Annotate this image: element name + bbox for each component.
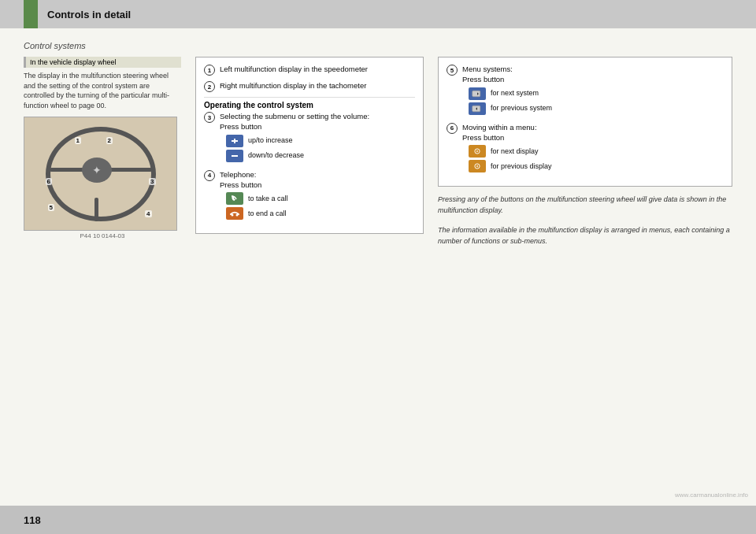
- left-section-label: In the vehicle display wheel: [24, 57, 181, 68]
- btn-label-4: 4: [145, 210, 151, 217]
- press-button-3: Press button: [220, 121, 369, 132]
- left-column: In the vehicle display wheel The display…: [24, 57, 181, 498]
- btn-label-2: 2: [106, 137, 113, 144]
- header-title: Controls in detail: [47, 9, 131, 20]
- prev-disp-icon: [472, 162, 483, 170]
- prev-system-label: for previous system: [491, 103, 552, 113]
- phone-end-icon-box: [226, 207, 243, 220]
- info-text-4: Telephone: Press button to take a call: [220, 169, 288, 223]
- watermark: www.carmanualonline.info: [675, 491, 748, 499]
- info-item-4: 4 Telephone: Press button: [204, 169, 415, 223]
- press-button-6: Press button: [462, 132, 552, 143]
- minus-icon-box: [226, 150, 243, 162]
- press-button-4: Press button: [220, 180, 288, 190]
- page-number: 118: [24, 514, 41, 526]
- btn-label-1: 1: [75, 137, 81, 144]
- svg-rect-5: [472, 91, 480, 97]
- info-text-2: Right multifunction display in the tacho…: [220, 80, 366, 91]
- right-info-box: 5 Menu systems: Press button: [438, 57, 732, 187]
- plus-icon-box: [226, 135, 243, 147]
- circle-1: 1: [204, 65, 215, 76]
- prev-disp-icon-box: [469, 160, 486, 172]
- sw-spoke-right: [105, 168, 152, 172]
- right-note-2: The information available in the multifu…: [438, 225, 732, 247]
- info-text-1: Left multifunction display in the speedo…: [220, 64, 368, 74]
- svg-rect-1: [232, 140, 238, 142]
- divider-1: [204, 97, 415, 98]
- prev-sys-icon: [472, 105, 483, 113]
- header-bar: Controls in detail: [0, 0, 756, 28]
- phone-call-icon-box: [226, 192, 243, 205]
- minus-icon: [229, 152, 240, 160]
- btn-label-5: 5: [48, 204, 54, 211]
- sub-item-increase: up/to increase: [226, 135, 369, 147]
- steering-wheel-image: ✦ 1 2 3 4 5 6: [24, 117, 177, 231]
- sw-spoke-bottom: [94, 198, 98, 221]
- btn-label-3: 3: [149, 178, 155, 185]
- circle-4: 4: [204, 170, 215, 181]
- sub-item-next-disp: for next display: [469, 145, 552, 158]
- info-item-2: 2 Right multifunction display in the tac…: [204, 80, 415, 92]
- content-area: Control systems In the vehicle display w…: [0, 28, 756, 506]
- circle-5: 5: [447, 65, 458, 76]
- info-item-5: 5 Menu systems: Press button: [447, 64, 724, 117]
- sw-center-hub: ✦: [82, 158, 112, 183]
- green-tab: [24, 0, 38, 28]
- info-item-6: 6 Moving within a menu: Press button: [447, 122, 724, 176]
- sub-item-end-call: to end a call: [226, 207, 288, 220]
- right-note-1: Pressing any of the buttons on the multi…: [438, 195, 732, 216]
- info-item-1: 1 Left multifunction display in the spee…: [204, 64, 415, 76]
- next-sys-icon: [472, 90, 483, 98]
- plus-icon: [229, 137, 240, 145]
- press-button-5: Press button: [462, 74, 552, 84]
- svg-point-3: [232, 214, 234, 217]
- phone-call-icon: [229, 195, 240, 202]
- operating-section-title: Operating the control system: [204, 101, 415, 109]
- right-column: 5 Menu systems: Press button: [438, 57, 732, 498]
- sub-item-prev-sys: for previous system: [469, 102, 552, 115]
- info-text-5: Menu systems: Press button for next syst…: [462, 64, 552, 117]
- sub-item-decrease: down/to decrease: [226, 150, 369, 162]
- circle-3: 3: [204, 112, 215, 123]
- next-sys-icon-box: [469, 87, 486, 100]
- info-item-3: 3 Selecting the submenu or setting the v…: [204, 111, 415, 165]
- middle-column: 1 Left multifunction display in the spee…: [195, 57, 424, 498]
- section-subtitle: Control systems: [24, 41, 732, 50]
- phone-end-icon: [229, 210, 240, 217]
- image-caption: P44 10 0144-03: [24, 232, 181, 239]
- middle-info-box: 1 Left multifunction display in the spee…: [195, 57, 424, 234]
- sub-item-next-sys: for next system: [469, 87, 552, 100]
- page: Controls in detail Control systems In th…: [0, 0, 756, 534]
- footer: 118: [0, 506, 756, 534]
- increase-label: up/to increase: [248, 135, 293, 146]
- info-text-3: Selecting the submenu or setting the vol…: [220, 111, 369, 165]
- end-call-label: to end a call: [248, 209, 287, 219]
- next-system-label: for next system: [491, 88, 539, 98]
- circle-6: 6: [447, 123, 458, 134]
- svg-point-4: [236, 214, 239, 217]
- next-disp-icon: [472, 147, 483, 155]
- left-description: The display in the multifunction steerin…: [24, 71, 181, 110]
- next-disp-icon-box: [469, 145, 486, 158]
- svg-marker-10: [476, 150, 478, 153]
- steering-wheel-graphic: ✦ 1 2 3 4 5 6: [42, 123, 160, 225]
- btn-label-6: 6: [46, 178, 52, 185]
- call-label: to take a call: [248, 194, 288, 204]
- sub-item-call: to take a call: [226, 192, 288, 205]
- sub-item-prev-disp: for previous display: [469, 160, 552, 172]
- svg-rect-2: [232, 155, 238, 157]
- main-layout: In the vehicle display wheel The display…: [24, 57, 732, 498]
- circle-2: 2: [204, 81, 215, 92]
- prev-display-label: for previous display: [491, 161, 552, 172]
- next-display-label: for next display: [491, 146, 539, 157]
- svg-marker-12: [476, 165, 478, 168]
- right-notes: Pressing any of the buttons on the multi…: [438, 195, 732, 247]
- decrease-label: down/to decrease: [248, 150, 304, 161]
- sw-logo: ✦: [92, 164, 102, 176]
- info-text-6: Moving within a menu: Press button for n…: [462, 122, 552, 176]
- prev-sys-icon-box: [469, 102, 486, 115]
